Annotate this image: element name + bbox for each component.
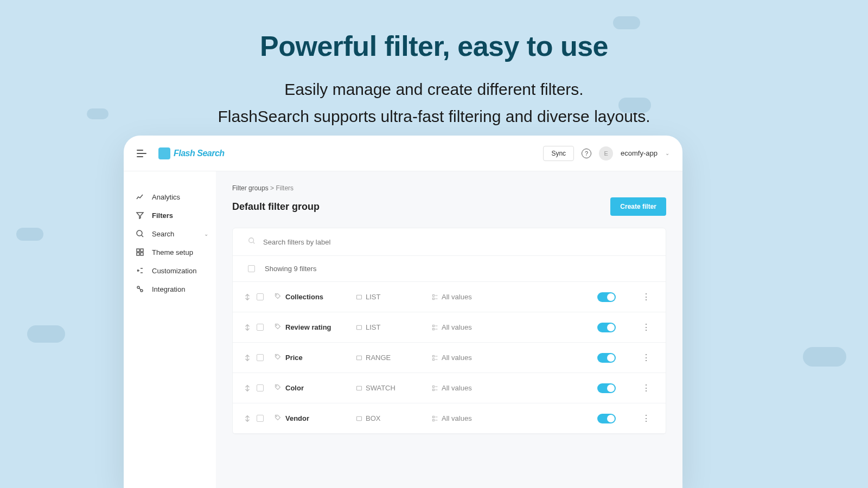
svg-rect-25 (357, 416, 362, 421)
search-input[interactable] (263, 238, 426, 246)
sidebar-item-label: Search (152, 230, 174, 238)
sidebar-item-customization[interactable]: Customization (136, 261, 216, 280)
enable-toggle[interactable] (597, 353, 616, 363)
filter-icon (136, 211, 144, 220)
filter-row[interactable]: Color SWATCH All values ⋮ (233, 373, 666, 403)
svg-rect-17 (357, 356, 362, 360)
sidebar-item-filters[interactable]: Filters (136, 206, 216, 224)
logo-mark-icon (158, 147, 170, 159)
filters-panel: Showing 9 filters Collections LIST All v… (232, 228, 666, 434)
drag-handle-icon[interactable] (244, 354, 252, 362)
breadcrumb-current: Filters (276, 184, 293, 192)
panel-search-row (233, 228, 666, 256)
row-checkbox[interactable] (257, 354, 264, 361)
filter-type: LIST (356, 293, 432, 301)
filter-row[interactable]: Collections LIST All values ⋮ (233, 282, 666, 312)
filter-count-label: Showing 9 filters (265, 265, 316, 273)
svg-point-8 (276, 294, 277, 296)
svg-rect-26 (433, 416, 435, 418)
svg-point-0 (137, 230, 142, 236)
drag-handle-icon[interactable] (244, 415, 252, 422)
svg-rect-14 (433, 325, 435, 326)
breadcrumb-root[interactable]: Filter groups (232, 184, 269, 192)
tag-icon (275, 354, 281, 362)
filter-row[interactable]: Vendor BOX All values ⋮ (233, 403, 666, 434)
row-checkbox[interactable] (257, 415, 264, 422)
sidebar-item-integration[interactable]: Integration (136, 280, 216, 298)
sidebar-item-label: Theme setup (152, 248, 193, 256)
filter-values: All values (432, 323, 540, 331)
svg-point-12 (276, 325, 277, 326)
hero-title: Powerful filter, easy to use (0, 30, 868, 62)
svg-rect-15 (433, 328, 435, 330)
filter-type: RANGE (356, 354, 432, 362)
svg-rect-18 (433, 355, 435, 357)
integration-icon (136, 285, 144, 293)
hero-section: Powerful filter, easy to use Easily mana… (0, 0, 868, 130)
filter-name: Color (285, 384, 356, 392)
row-menu-icon[interactable]: ⋮ (637, 322, 655, 332)
tag-icon (275, 414, 281, 422)
svg-rect-4 (141, 253, 143, 255)
brand-name: Flash Search (174, 149, 225, 158)
menu-toggle-icon[interactable] (137, 150, 146, 157)
drag-handle-icon[interactable] (244, 384, 252, 392)
main-content: Filter groups > Filters Default filter g… (216, 171, 682, 488)
filter-values: All values (432, 293, 540, 301)
search-icon (248, 237, 256, 247)
sidebar-item-label: Customization (152, 267, 196, 275)
row-menu-icon[interactable]: ⋮ (637, 292, 655, 302)
svg-rect-11 (433, 298, 435, 299)
filter-name: Review rating (285, 323, 356, 331)
filter-name: Collections (285, 293, 356, 301)
row-menu-icon[interactable]: ⋮ (637, 413, 655, 423)
svg-point-20 (276, 386, 277, 387)
account-name[interactable]: ecomfy-app (621, 149, 658, 157)
enable-toggle[interactable] (597, 383, 616, 393)
app-window: Flash Search Sync ? E ecomfy-app ⌄ Analy… (124, 136, 682, 488)
avatar[interactable]: E (599, 146, 613, 160)
filter-row[interactable]: Review rating LIST All values ⋮ (233, 312, 666, 343)
sidebar-item-analytics[interactable]: Analytics (136, 188, 216, 206)
svg-point-24 (276, 416, 277, 417)
filter-name: Price (285, 354, 356, 362)
filter-name: Vendor (285, 414, 356, 422)
svg-point-16 (276, 355, 277, 356)
row-menu-icon[interactable]: ⋮ (637, 352, 655, 363)
page-title: Default filter group (232, 201, 320, 213)
svg-rect-23 (433, 389, 435, 390)
sidebar-item-search[interactable]: Search ⌄ (136, 224, 216, 243)
enable-toggle[interactable] (597, 323, 616, 332)
search-icon (136, 229, 144, 238)
customization-icon (136, 266, 144, 275)
row-checkbox[interactable] (257, 324, 264, 331)
tag-icon (275, 323, 281, 331)
svg-rect-21 (357, 386, 362, 390)
tag-icon (275, 384, 281, 392)
drag-handle-icon[interactable] (244, 324, 252, 331)
create-filter-button[interactable]: Create filter (610, 197, 666, 216)
svg-rect-19 (433, 358, 435, 360)
filter-values: All values (432, 384, 540, 392)
filter-type: LIST (356, 323, 432, 331)
svg-rect-3 (137, 253, 139, 255)
filter-row[interactable]: Price RANGE All values ⋮ (233, 343, 666, 373)
filter-values: All values (432, 354, 540, 362)
select-all-checkbox[interactable] (248, 265, 255, 272)
drag-handle-icon[interactable] (244, 293, 252, 301)
analytics-icon (136, 192, 144, 201)
row-checkbox[interactable] (257, 293, 264, 300)
enable-toggle[interactable] (597, 414, 616, 423)
filter-values: All values (432, 414, 540, 422)
enable-toggle[interactable] (597, 292, 616, 302)
sidebar-item-label: Analytics (152, 193, 180, 201)
row-menu-icon[interactable]: ⋮ (637, 383, 655, 393)
sidebar-item-label: Filters (152, 211, 173, 220)
sidebar-item-theme[interactable]: Theme setup (136, 243, 216, 261)
brand-logo[interactable]: Flash Search (158, 147, 225, 159)
help-icon[interactable]: ? (582, 149, 591, 158)
chevron-down-icon[interactable]: ⌄ (665, 150, 669, 156)
row-checkbox[interactable] (257, 384, 264, 391)
breadcrumb: Filter groups > Filters (232, 184, 666, 192)
sync-button[interactable]: Sync (543, 146, 574, 161)
